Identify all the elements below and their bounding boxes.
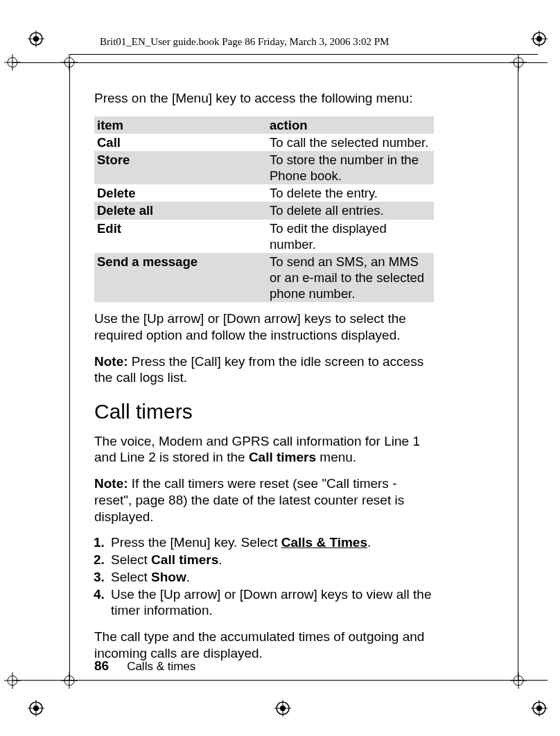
table-row: Delete To delete the entry. (94, 184, 434, 202)
step-1: Press the [Menu] key. Select Calls & Tim… (108, 534, 434, 551)
menu-name: Show (151, 570, 186, 584)
item-cell: Call (94, 134, 267, 151)
item-cell: Delete all (94, 202, 267, 219)
text-fragment: . (367, 535, 371, 550)
step-4: Use the [Up arrow] or [Down arrow] keys … (108, 586, 434, 620)
closing-paragraph: The call type and the accumulated times … (94, 629, 434, 662)
action-cell: To delete the entry. (267, 184, 434, 202)
item-cell: Edit (94, 220, 267, 253)
crop-mark-icon (4, 672, 21, 689)
steps-list: Press the [Menu] key. Select Calls & Tim… (108, 534, 434, 619)
table-row: Send a message To send an SMS, an MMS or… (94, 253, 434, 302)
text-fragment: . (186, 570, 190, 584)
page-number: 86 (94, 658, 109, 673)
item-cell: Delete (94, 184, 267, 202)
table-header-row: item action (94, 116, 434, 134)
note-label: Note: (94, 476, 128, 491)
action-cell: To delete all entries. (267, 202, 434, 219)
action-cell: To edit the displayed number. (267, 220, 434, 253)
text-fragment: . (218, 552, 222, 567)
action-cell: To send an SMS, an MMS or an e-mail to t… (267, 253, 434, 302)
table-row: Call To call the selected number. (94, 134, 434, 151)
menu-path: Calls & Times (281, 535, 367, 550)
action-cell: To call the selected number. (267, 134, 434, 151)
note-2: Note: If the call timers were reset (see… (94, 475, 434, 525)
text-fragment: Press the [Menu] key. Select (111, 535, 281, 550)
table-header-action: action (267, 116, 434, 134)
menu-name: Call timers (151, 552, 218, 567)
page-content: Press on the [Menu] key to access the fo… (94, 90, 434, 672)
registration-mark-icon (274, 700, 291, 717)
step-2: Select Call timers. (108, 552, 434, 568)
note-body: Press the [Call] key from the idle scree… (94, 354, 423, 385)
crop-mark-icon (510, 54, 527, 71)
crop-mark-icon (510, 672, 527, 689)
crop-mark-icon (4, 54, 21, 71)
section-heading-call-timers: Call timers (94, 398, 434, 425)
running-header: Brit01_EN_User guide.book Page 86 Friday… (100, 36, 389, 48)
table-header-item: item (94, 116, 267, 134)
crop-mark-icon (61, 672, 78, 689)
page-footer: 86Calls & times (94, 658, 195, 674)
text-fragment: Select (111, 570, 151, 584)
note-1: Note: Press the [Call] key from the idle… (94, 353, 434, 387)
registration-mark-icon (28, 700, 44, 717)
crop-mark-icon (61, 54, 78, 71)
registration-mark-icon (28, 30, 44, 47)
action-cell: To store the number in the Phone book. (267, 151, 434, 184)
menu-table: item action Call To call the selected nu… (94, 116, 434, 302)
text-fragment: menu. (316, 450, 356, 464)
note-label: Note: (94, 354, 128, 369)
after-table-paragraph: Use the [Up arrow] or [Down arrow] keys … (94, 310, 434, 344)
registration-mark-icon (531, 30, 548, 47)
item-cell: Store (94, 151, 267, 184)
table-row: Edit To edit the displayed number. (94, 220, 434, 253)
intro-paragraph: Press on the [Menu] key to access the fo… (94, 90, 434, 107)
table-row: Store To store the number in the Phone b… (94, 151, 434, 184)
step-3: Select Show. (108, 569, 434, 586)
item-cell: Send a message (94, 253, 267, 302)
menu-name: Call timers (249, 450, 316, 464)
footer-section: Calls & times (127, 660, 195, 673)
registration-mark-icon (531, 700, 548, 717)
note-body: If the call timers were reset (see "Call… (94, 476, 404, 524)
table-row: Delete all To delete all entries. (94, 202, 434, 219)
text-fragment: Select (111, 552, 151, 567)
call-timers-intro: The voice, Modem and GPRS call informati… (94, 433, 434, 466)
